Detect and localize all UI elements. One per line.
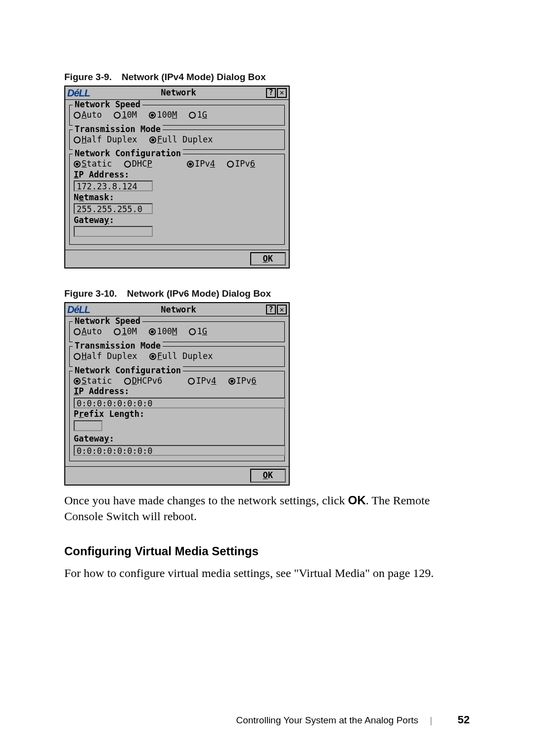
dell-logo: DéLL — [67, 304, 90, 315]
dhcpv6-radio[interactable] — [124, 378, 131, 385]
close-button[interactable]: ✕ — [277, 88, 287, 98]
network-speed-legend: Network Speed — [73, 316, 142, 326]
figure-9-title: Network (IPv4 Mode) Dialog Box — [122, 72, 266, 82]
ok-bar: OK — [65, 466, 289, 485]
ok-bar: OK — [65, 250, 289, 268]
speed-100m-radio[interactable] — [149, 328, 156, 335]
ipv6-radio[interactable] — [228, 378, 235, 385]
speed-auto-radio[interactable] — [74, 328, 81, 335]
speed-auto-label: A — [82, 110, 87, 120]
speed-1g-radio[interactable] — [189, 112, 196, 119]
network-config-group: Network Configuration Static DHCPv6 IPv4… — [69, 371, 285, 462]
transmission-mode-group: Transmission Mode Half Duplex Full Duple… — [69, 346, 285, 367]
full-duplex-radio[interactable] — [149, 136, 156, 143]
section-heading: Configuring Virtual Media Settings — [64, 544, 470, 558]
body-paragraph-2: For how to configure virtual media setti… — [64, 565, 470, 581]
dialog-title: Network — [92, 305, 265, 315]
figure-10-prefix: Figure 3-10. — [64, 288, 117, 299]
titlebar: DéLL Network ? ✕ — [65, 303, 289, 316]
gateway-input[interactable] — [74, 226, 153, 237]
help-button[interactable]: ? — [266, 305, 276, 314]
network-speed-legend: Network Speed — [73, 100, 142, 110]
prefix-length-input[interactable] — [74, 420, 102, 431]
titlebar: DéLL Network ? ✕ — [65, 87, 289, 100]
figure-9-caption: Figure 3-9.Network (IPv4 Mode) Dialog Bo… — [64, 72, 470, 83]
footer-section: Controlling Your System at the Analog Po… — [236, 715, 418, 725]
static-radio[interactable] — [74, 378, 81, 385]
footer-page-number: 52 — [458, 713, 470, 726]
network-dialog-ipv6: DéLL Network ? ✕ Network Speed Auto 10M … — [64, 302, 290, 485]
full-duplex-radio[interactable] — [149, 353, 156, 360]
ipv4-radio[interactable] — [188, 378, 195, 385]
dialog-title: Network — [92, 88, 265, 98]
ip-address-input[interactable]: 172.23.8.124 — [74, 180, 153, 191]
half-duplex-radio[interactable] — [74, 353, 81, 360]
ipv4-radio[interactable] — [187, 161, 194, 168]
network-speed-group: Network Speed Auto 10M 100M 1G — [69, 105, 285, 126]
network-config-group: Network Configuration Static DHCP IPv4 I… — [69, 154, 285, 245]
figure-10-caption: Figure 3-10.Network (IPv6 Mode) Dialog B… — [64, 288, 470, 299]
static-radio[interactable] — [74, 161, 81, 168]
page-footer: Controlling Your System at the Analog Po… — [236, 713, 470, 726]
dell-logo: DéLL — [67, 88, 90, 99]
speed-auto-radio[interactable] — [74, 112, 81, 119]
ipv6-radio[interactable] — [227, 161, 234, 168]
speed-100m-radio[interactable] — [149, 112, 156, 119]
transmission-mode-legend: Transmission Mode — [73, 125, 163, 134]
half-duplex-radio[interactable] — [74, 136, 81, 143]
speed-10m-radio[interactable] — [114, 112, 121, 119]
figure-9-prefix: Figure 3-9. — [64, 72, 112, 82]
transmission-mode-group: Transmission Mode Half Duplex Full Duple… — [69, 130, 285, 150]
speed-1g-radio[interactable] — [189, 328, 196, 335]
help-button[interactable]: ? — [266, 88, 276, 98]
footer-separator: | — [430, 715, 432, 725]
gateway-input[interactable]: 0:0:0:0:0:0:0:0 — [74, 445, 285, 456]
network-speed-group: Network Speed Auto 10M 100M 1G — [69, 321, 285, 342]
netmask-input[interactable]: 255.255.255.0 — [74, 203, 153, 214]
ok-button[interactable]: OK — [250, 252, 286, 266]
figure-10-title: Network (IPv6 Mode) Dialog Box — [127, 288, 271, 299]
transmission-mode-legend: Transmission Mode — [73, 341, 163, 351]
dhcp-radio[interactable] — [124, 161, 131, 168]
network-config-legend: Network Configuration — [73, 366, 183, 376]
ip-address-input[interactable]: 0:0:0:0:0:0:0:0 — [74, 398, 285, 408]
network-dialog-ipv4: DéLL Network ? ✕ Network Speed Auto 10M … — [64, 86, 290, 268]
body-paragraph-1: Once you have made changes to the networ… — [64, 492, 470, 525]
speed-10m-radio[interactable] — [114, 328, 121, 335]
network-config-legend: Network Configuration — [73, 149, 183, 159]
close-button[interactable]: ✕ — [277, 305, 287, 314]
ok-button[interactable]: OK — [250, 469, 286, 483]
